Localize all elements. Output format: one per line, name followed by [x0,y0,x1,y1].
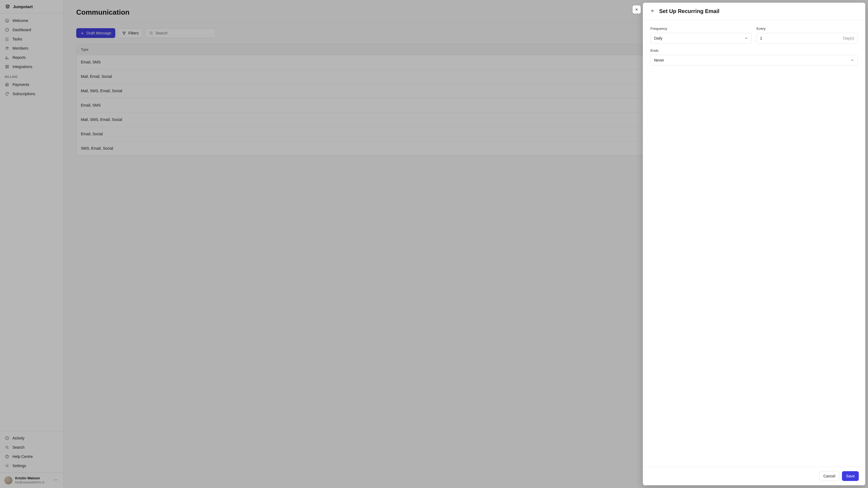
every-label: Every [756,27,858,31]
frequency-select[interactable]: Daily [650,33,752,44]
ends-field: Ends Never [650,48,858,66]
every-unit: Day(s) [843,36,854,40]
panel-footer: Cancel Save [643,466,865,485]
back-button[interactable] [650,8,655,14]
close-icon [635,8,639,11]
close-panel-button[interactable] [632,5,641,13]
panel-title: Set Up Recurring Email [659,8,719,14]
recurring-email-panel: Set Up Recurring Email Frequency Daily E… [643,3,865,485]
ends-label: Ends [650,48,858,53]
every-input[interactable] [760,36,843,40]
arrow-left-icon [650,8,655,13]
every-field: Every Day(s) [756,27,858,44]
frequency-value: Daily [654,36,662,40]
panel-header: Set Up Recurring Email [643,3,865,20]
chevron-down-icon [850,58,854,62]
ends-value: Never [654,58,664,62]
chevron-down-icon [744,36,748,40]
every-input-group[interactable]: Day(s) [756,33,858,44]
frequency-field: Frequency Daily [650,27,752,44]
cancel-button[interactable]: Cancel [819,471,839,481]
ends-select[interactable]: Never [650,55,858,66]
panel-body: Frequency Daily Every Day(s) Ends [643,20,865,466]
save-button[interactable]: Save [842,471,859,481]
frequency-label: Frequency [650,27,752,31]
